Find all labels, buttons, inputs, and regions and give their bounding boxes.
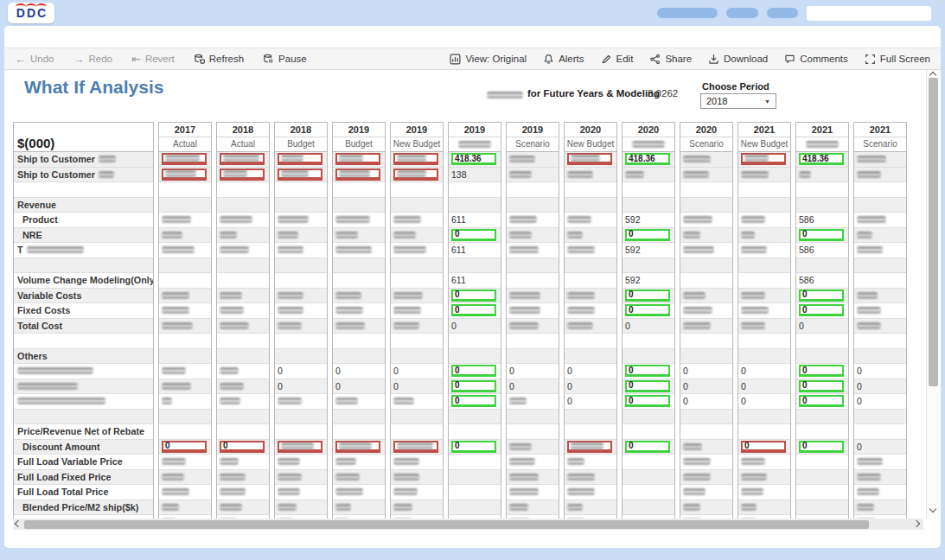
editable-green-cell[interactable]: 418.36 <box>625 153 670 165</box>
editable-green-cell[interactable]: 0 <box>625 441 670 453</box>
horizontal-scrollbar-thumb[interactable] <box>24 520 869 529</box>
row-label: Full Load Variable Price <box>14 455 153 470</box>
editable-green-cell[interactable]: 0 <box>625 290 670 302</box>
table-cell <box>159 168 211 183</box>
editable-green-cell[interactable]: 0 <box>625 229 670 241</box>
editable-red-cell[interactable] <box>278 441 322 453</box>
redacted-text <box>741 292 765 299</box>
share-button[interactable]: Share <box>649 54 692 65</box>
table-cell <box>159 455 211 470</box>
undo-button[interactable]: ← Undo <box>15 54 54 65</box>
editable-red-cell[interactable] <box>393 441 438 453</box>
editable-green-cell[interactable]: 418.36 <box>799 153 844 165</box>
editable-green-cell[interactable]: 0 <box>799 380 844 392</box>
scroll-right-arrow-icon[interactable] <box>913 520 920 527</box>
table-cell: 0 <box>738 440 790 455</box>
redo-button[interactable]: → Redo <box>73 54 113 65</box>
editable-green-cell[interactable]: 0 <box>451 304 496 316</box>
table-cell <box>507 470 559 486</box>
redacted-text <box>509 156 535 162</box>
editable-red-cell[interactable] <box>278 153 322 165</box>
redacted-text <box>220 232 237 239</box>
nav-item-redacted[interactable] <box>767 8 798 18</box>
editable-red-cell[interactable] <box>393 153 438 165</box>
table-cell <box>565 303 616 319</box>
pause-button[interactable]: Pause <box>263 54 307 65</box>
editable-red-cell[interactable] <box>335 441 380 453</box>
alerts-button[interactable]: Alerts <box>543 54 584 65</box>
data-column: 2020New Budget000 <box>564 122 617 523</box>
row-label <box>14 364 153 379</box>
table-cell <box>275 182 327 198</box>
redacted-text <box>99 156 116 162</box>
editable-red-cell[interactable]: 0 <box>741 441 786 453</box>
redacted-text <box>857 488 879 495</box>
editable-red-cell[interactable]: 0 <box>220 441 265 453</box>
editable-green-cell[interactable]: 0 <box>799 365 844 377</box>
full-screen-button[interactable]: Full Screen <box>865 54 930 65</box>
search-input[interactable] <box>807 6 931 21</box>
revert-button[interactable]: ⇤ Revert <box>131 54 175 65</box>
nav-item-redacted[interactable] <box>726 8 758 18</box>
vertical-scrollbar[interactable] <box>926 70 939 519</box>
editable-green-cell[interactable]: 0 <box>799 229 844 241</box>
table-cell <box>507 319 559 334</box>
editable-green-cell[interactable]: 418.36 <box>451 153 496 165</box>
column-subheader: Scenario <box>854 137 906 151</box>
editable-red-cell[interactable] <box>162 169 207 181</box>
editable-green-cell[interactable]: 0 <box>451 365 496 377</box>
row-label-column: $(000)Ship to CustomerShip to CustomerRe… <box>13 122 154 523</box>
table-cell <box>159 470 211 486</box>
edit-button[interactable]: Edit <box>601 54 634 65</box>
editable-green-cell[interactable]: 0 <box>451 395 496 407</box>
scroll-down-arrow-icon[interactable] <box>929 506 936 512</box>
editable-red-cell[interactable] <box>278 169 322 181</box>
editable-green-cell[interactable]: 0 <box>451 229 496 241</box>
vertical-scrollbar-thumb[interactable] <box>929 78 938 386</box>
editable-green-cell[interactable]: 0 <box>451 441 496 453</box>
editable-green-cell[interactable]: 0 <box>625 365 670 377</box>
column-subheader: Budget <box>275 137 327 151</box>
view-original-button[interactable]: View: Original <box>450 54 527 65</box>
editable-red-cell[interactable] <box>220 169 265 181</box>
table-cell <box>738 228 790 244</box>
editable-green-cell[interactable]: 0 <box>625 395 670 407</box>
editable-green-cell[interactable]: 0 <box>625 380 670 392</box>
refresh-button[interactable]: Refresh <box>194 54 244 65</box>
editable-red-cell[interactable] <box>741 153 786 165</box>
table-cell <box>507 228 559 244</box>
redacted-text <box>857 322 881 329</box>
editable-green-cell[interactable]: 0 <box>451 380 496 392</box>
table-cell <box>854 213 906 228</box>
editable-green-cell[interactable]: 0 <box>799 441 844 453</box>
choose-period-dropdown[interactable]: 2018 ▼ <box>700 93 776 109</box>
table-cell: 592 <box>623 213 674 228</box>
editable-red-cell[interactable] <box>567 441 612 453</box>
table-cell <box>507 258 559 274</box>
scroll-left-arrow-icon[interactable] <box>15 520 22 527</box>
editable-red-cell[interactable] <box>567 153 612 165</box>
editable-green-cell[interactable]: 0 <box>451 290 496 302</box>
editable-red-cell[interactable] <box>162 153 207 165</box>
editable-red-cell[interactable] <box>220 153 265 165</box>
editable-green-cell[interactable]: 0 <box>625 304 670 316</box>
nav-item-redacted[interactable] <box>657 8 718 18</box>
redacted-text <box>632 141 665 148</box>
redacted-text <box>509 398 527 404</box>
download-button[interactable]: Download <box>708 54 768 65</box>
redacted-text <box>567 171 593 178</box>
editable-red-cell[interactable]: 0 <box>162 441 207 453</box>
editable-green-cell[interactable]: 0 <box>799 290 844 302</box>
editable-red-cell[interactable] <box>393 169 438 181</box>
editable-red-cell[interactable] <box>335 153 380 165</box>
data-column: 2017Actual0 <box>158 122 212 523</box>
redacted-text <box>683 474 711 480</box>
editable-red-cell[interactable] <box>335 169 380 181</box>
comments-button[interactable]: Comments <box>784 54 848 65</box>
redacted-text <box>683 307 712 314</box>
editable-green-cell[interactable]: 0 <box>799 304 844 316</box>
horizontal-scrollbar[interactable] <box>13 519 923 530</box>
editable-green-cell[interactable]: 0 <box>799 395 844 407</box>
data-column: 2018Budget00 <box>274 122 328 523</box>
redacted-text <box>799 171 811 178</box>
